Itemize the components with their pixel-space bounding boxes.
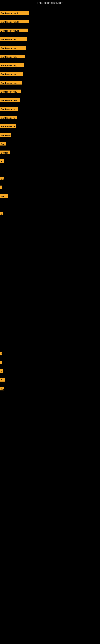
bar-label: Bottleneck result [0,20,29,23]
bar-label: E [0,369,3,373]
bar-row: Bottleneck ress [0,98,20,102]
bar-row: Bottleneck resu [0,64,24,67]
bar-label: Bottleneck ress [0,98,20,102]
bar-row: Bottleneck resu [0,90,21,93]
bar-row: E [0,369,3,373]
bar-label: Bottleneck resu [0,90,21,93]
bar-row: Bottlenec [0,133,11,137]
bar-row: | [0,361,1,364]
bar-row: Bottleneck re [0,116,17,119]
bar-label: F [0,352,2,356]
bar-label: E [0,212,3,215]
bar-row: B [0,160,3,163]
bar-label: Bottleneck resu [0,46,26,50]
bar-row: Bottleneck resu [0,72,23,76]
bar-label: Bo [0,177,4,180]
bar-row: Bottleneck result [0,28,28,32]
bar-row: F [0,352,2,356]
bar-label: | [0,186,1,189]
bar-label: Bottleneck re [0,107,18,111]
bar-row: Bo [0,177,4,180]
bar-row: Bo [0,387,4,390]
bar-label: Bo [0,387,4,390]
bar-label: Bottleneck resu [0,37,27,41]
bar-label: Bottlen [0,150,10,154]
bar-row: Bottleneck re [0,124,16,128]
bar-label: Bottleneck result [0,11,29,15]
bar-row: Bott [0,194,8,198]
bar-label: Bottleneck resu [0,55,25,58]
bar-row: E [0,212,3,215]
bar-row: Bottleneck result [0,11,29,15]
bar-label: Bottleneck resu [0,81,22,84]
bar-label: Bottleneck re [0,124,16,128]
bar-label: Bott [0,194,8,198]
bar-row: Bottleneck result [0,20,29,23]
bar-label: B [0,378,5,382]
site-title: TheBottlenecker.com [0,0,100,6]
bar-label: Bot [0,142,6,146]
bar-row: B [0,378,5,382]
bar-row: | [0,186,1,189]
bar-row: Bottleneck resu [0,55,25,58]
bar-row: Bot [0,142,6,146]
bar-label: | [0,361,1,364]
bar-label: Bottlenec [0,133,11,137]
bar-row: Bottleneck re [0,107,18,111]
bar-row: Bottleneck resu [0,46,26,50]
bar-row: Bottleneck resu [0,81,22,84]
bar-row: Bottlen [0,150,10,154]
bar-label: B [0,160,3,163]
bar-label: Bottleneck resu [0,64,24,67]
bar-row: Bottleneck resu [0,37,27,41]
bar-label: Bottleneck resu [0,72,23,76]
bar-label: Bottleneck result [0,28,28,32]
bar-label: Bottleneck re [0,116,17,119]
